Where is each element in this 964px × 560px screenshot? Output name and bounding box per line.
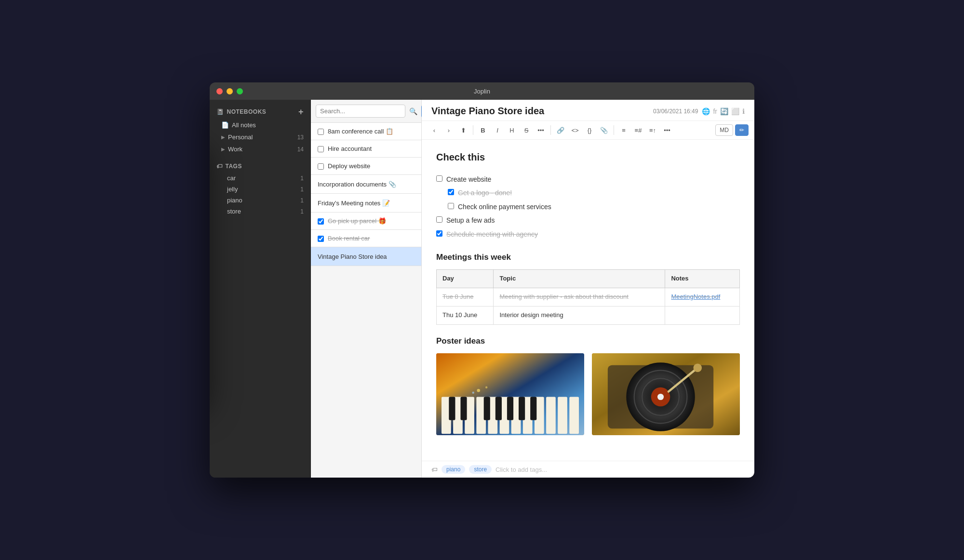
col-notes: Notes bbox=[665, 270, 740, 288]
italic-button[interactable]: I bbox=[491, 124, 504, 136]
sidebar-item-all-notes[interactable]: 📄 All notes bbox=[210, 119, 310, 131]
note-title-conference: 8am conference call 📋 bbox=[328, 128, 393, 135]
sidebar-tag-car[interactable]: car 1 bbox=[210, 173, 310, 184]
note-title-incorp: Incorporation documents 📎 bbox=[318, 181, 396, 188]
bullet-list-button[interactable]: ≡ bbox=[617, 124, 630, 136]
note-checkbox-conference[interactable] bbox=[318, 129, 324, 135]
note-item-friday[interactable]: Friday's Meeting notes 📝 bbox=[311, 194, 421, 213]
editor-header: Vintage Piano Store idea 03/06/2021 16:4… bbox=[422, 100, 754, 121]
add-tag-button[interactable]: Click to add tags... bbox=[495, 466, 547, 473]
search-input[interactable] bbox=[316, 105, 405, 118]
check-item-ads-text: Setup a few ads bbox=[446, 215, 495, 226]
tag-jelly-label: jelly bbox=[227, 186, 238, 193]
code-button[interactable]: <> bbox=[568, 124, 582, 136]
cell-day-tue: Tue 8 June bbox=[437, 288, 494, 306]
search-button[interactable]: 🔍 bbox=[408, 107, 418, 116]
toolbar-separator-2 bbox=[550, 125, 551, 135]
note-title-deploy: Deploy website bbox=[328, 162, 370, 170]
close-button[interactable] bbox=[216, 88, 223, 94]
globe-icon: 🌐 bbox=[702, 107, 710, 115]
sidebar-tag-store[interactable]: store 1 bbox=[210, 206, 310, 217]
note-checkbox-rental[interactable] bbox=[318, 236, 324, 242]
sidebar-tag-jelly[interactable]: jelly 1 bbox=[210, 184, 310, 195]
poster-heading: Poster ideas bbox=[436, 334, 740, 347]
note-title-pickup: Go pick up parcel 🎁 bbox=[328, 217, 386, 225]
note-date: 03/06/2021 16:49 bbox=[653, 108, 698, 115]
bold-button[interactable]: B bbox=[476, 124, 490, 136]
note-item-conference[interactable]: 8am conference call 📋 bbox=[311, 123, 421, 140]
notebook-icon: 📓 bbox=[216, 108, 224, 115]
tag-store-label: store bbox=[227, 208, 241, 215]
attach-button[interactable]: 📎 bbox=[597, 124, 611, 136]
block-button[interactable]: {} bbox=[583, 124, 596, 136]
turntable-poster-image bbox=[592, 353, 740, 435]
extra-button[interactable]: ••• bbox=[660, 124, 674, 136]
edit-mode-button[interactable]: ✏ bbox=[735, 124, 749, 136]
table-row-thu: Thu 10 June Interior design meeting bbox=[437, 306, 740, 324]
svg-rect-17 bbox=[507, 397, 513, 420]
col-topic: Topic bbox=[494, 270, 665, 288]
highlight-button[interactable]: H bbox=[505, 124, 519, 136]
share-button[interactable]: ⬆ bbox=[456, 124, 470, 136]
more-format-button[interactable]: ••• bbox=[534, 124, 548, 136]
note-item-incorp[interactable]: Incorporation documents 📎 bbox=[311, 175, 421, 194]
check-item-logo-text: Get a logo - done! bbox=[458, 187, 512, 198]
markdown-view-button[interactable]: MD bbox=[715, 124, 733, 136]
tag-store-pill[interactable]: store bbox=[469, 465, 492, 474]
add-notebook-button[interactable]: + bbox=[298, 107, 304, 116]
sidebar-item-work[interactable]: ▶ Work 14 bbox=[210, 143, 310, 155]
minimize-button[interactable] bbox=[227, 88, 233, 94]
checkbox-website[interactable] bbox=[436, 175, 442, 182]
maximize-button[interactable] bbox=[237, 88, 243, 94]
note-checkbox-deploy[interactable] bbox=[318, 163, 324, 170]
search-bar: 🔍 ☑ ☰ bbox=[311, 100, 421, 123]
sidebar-tag-piano[interactable]: piano 1 bbox=[210, 195, 310, 206]
indent-button[interactable]: ≡↑ bbox=[646, 124, 659, 136]
tag-piano-count: 1 bbox=[300, 197, 304, 204]
tag-piano-pill[interactable]: piano bbox=[442, 465, 465, 474]
table-row-tue: Tue 8 June Meeting with supplier - ask a… bbox=[437, 288, 740, 306]
svg-rect-19 bbox=[530, 397, 536, 420]
svg-point-21 bbox=[485, 386, 487, 388]
cell-topic-thu: Interior design meeting bbox=[494, 306, 665, 324]
back-button[interactable]: ‹ bbox=[428, 124, 441, 136]
check-item-schedule: Schedule meeting with agency bbox=[436, 227, 740, 241]
check-this-heading: Check this bbox=[436, 149, 740, 165]
note-checkbox-pickup[interactable] bbox=[318, 218, 324, 225]
note-item-piano[interactable]: Vintage Piano Store idea bbox=[311, 247, 421, 266]
forward-button[interactable]: › bbox=[442, 124, 455, 136]
info-icon: ℹ bbox=[742, 107, 745, 115]
note-item-hire[interactable]: Hire accountant bbox=[311, 140, 421, 158]
svg-rect-13 bbox=[449, 397, 455, 420]
strikethrough-button[interactable]: S bbox=[520, 124, 533, 136]
numbered-list-button[interactable]: ≡# bbox=[631, 124, 645, 136]
note-item-pickup[interactable]: Go pick up parcel 🎁 bbox=[311, 213, 421, 230]
personal-notebook-label: Personal bbox=[228, 133, 253, 141]
title-bar: Joplin bbox=[210, 82, 754, 100]
note-item-rental[interactable]: Book rental car bbox=[311, 230, 421, 247]
svg-rect-18 bbox=[519, 397, 525, 420]
note-list-panel: 🔍 ☑ ☰ 8am conference call 📋 Hire account… bbox=[311, 100, 422, 478]
tags-header: 🏷 TAGS bbox=[210, 160, 310, 173]
svg-point-22 bbox=[472, 391, 474, 393]
check-item-payment-text: Check online payment services bbox=[458, 201, 551, 212]
editor-panel: Vintage Piano Store idea 03/06/2021 16:4… bbox=[422, 100, 754, 478]
note-title-hire: Hire accountant bbox=[328, 145, 372, 152]
checkbox-logo[interactable] bbox=[448, 189, 454, 195]
checkbox-schedule[interactable] bbox=[436, 230, 442, 237]
chevron-right-icon: ▶ bbox=[221, 134, 225, 140]
svg-point-20 bbox=[477, 389, 480, 392]
note-item-deploy[interactable]: Deploy website bbox=[311, 158, 421, 175]
svg-rect-11 bbox=[558, 397, 567, 434]
checkbox-payment[interactable] bbox=[448, 203, 454, 209]
link-button[interactable]: 🔗 bbox=[554, 124, 567, 136]
chevron-right-icon-work: ▶ bbox=[221, 147, 225, 152]
sidebar-item-personal[interactable]: ▶ Personal 13 bbox=[210, 131, 310, 143]
note-checkbox-hire[interactable] bbox=[318, 146, 324, 152]
note-title-rental: Book rental car bbox=[328, 235, 370, 242]
meeting-notes-link[interactable]: MeetingNotes.pdf bbox=[671, 293, 720, 300]
sidebar: 📓 NOTEBOOKS + 📄 All notes ▶ Personal 13 … bbox=[210, 100, 311, 478]
checkbox-ads[interactable] bbox=[436, 216, 442, 223]
editor-toolbar: ‹ › ⬆ B I H S ••• 🔗 <> {} 📎 ≡ ≡# ≡↑ ••• bbox=[422, 121, 754, 140]
app-title: Joplin bbox=[474, 88, 490, 95]
